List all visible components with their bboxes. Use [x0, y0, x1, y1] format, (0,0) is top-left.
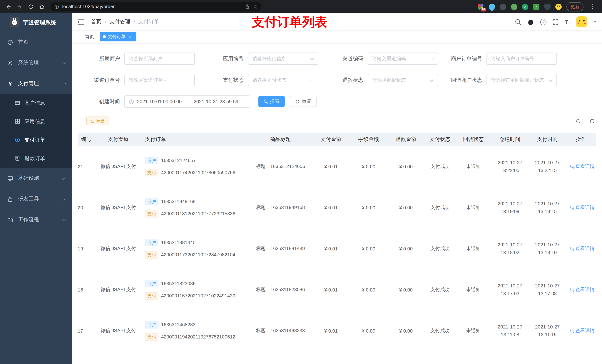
sidebar-item-payment[interactable]: 支付管理: [0, 73, 72, 94]
bookmark-star-icon[interactable]: ☆: [253, 4, 258, 9]
help-icon[interactable]: [540, 19, 547, 25]
export-button[interactable]: 导出: [86, 116, 108, 125]
column-header: 支付时间: [529, 136, 566, 143]
sidebar-item-infrastructure[interactable]: 基础设施: [0, 168, 72, 189]
owner-merchant-input[interactable]: [124, 52, 195, 65]
sidebar-label: 支付订单: [24, 137, 45, 144]
magnifier-icon: [570, 329, 574, 333]
pay-order-no: 4200001173202110272847982104: [161, 252, 235, 258]
chevron-down-icon: [310, 77, 314, 82]
sidebar-item-home[interactable]: 首页: [0, 32, 72, 52]
select-placeholder: 请输入渠道编码: [372, 55, 428, 62]
merchant-order-no-input[interactable]: [486, 52, 557, 65]
view-detail-link[interactable]: 查看详情: [570, 163, 595, 170]
magnifier-icon: [570, 246, 574, 251]
sidebar-item-workflow[interactable]: 工作流程: [0, 209, 72, 230]
date: 2021-10-27: [498, 200, 522, 207]
tab-home[interactable]: 首页: [82, 32, 97, 42]
home-icon[interactable]: [37, 2, 47, 11]
search-icon[interactable]: [515, 19, 521, 25]
date-end[interactable]: 2021-10-31 23:59:59: [194, 99, 238, 104]
sidebar-item-system[interactable]: 系统管理: [0, 52, 72, 73]
url-bar[interactable]: localhost:1024/pay/order ☆: [50, 2, 261, 11]
user-menu-caret-icon[interactable]: [593, 21, 597, 23]
title-cell: 标题：1635312124656: [249, 146, 312, 187]
filter-label: 渠道编码: [323, 55, 368, 62]
filter-app-no: 应用编号 请选择应用信息: [204, 52, 318, 65]
view-detail-link[interactable]: 查看详情: [570, 245, 595, 252]
search-button[interactable]: 搜索: [258, 96, 285, 107]
sidebar-item-pay-order[interactable]: 支付订单: [0, 131, 72, 149]
close-tab-icon[interactable]: [128, 34, 133, 39]
action-cell: 查看详情: [566, 310, 596, 351]
view-detail-link[interactable]: 查看详情: [570, 327, 595, 334]
reload-icon[interactable]: [26, 2, 35, 11]
pay-status-select[interactable]: 请选择支付状态: [248, 74, 318, 86]
refresh-icon: [295, 99, 300, 104]
browser-menu-icon[interactable]: ⋮: [588, 3, 597, 10]
select-placeholder: 请选择订单回调商户状态: [491, 77, 547, 83]
update-button[interactable]: 更新: [567, 2, 583, 11]
back-icon[interactable]: [4, 2, 13, 11]
create-time-range-picker[interactable]: 2021-10-01 00:00:00 - 2021-10-31 23:59:5…: [124, 95, 250, 108]
forward-icon[interactable]: [15, 2, 24, 11]
table-refresh-icon[interactable]: [588, 117, 596, 125]
tab-pay-order[interactable]: 支付订单: [100, 32, 136, 42]
sidebar-item-merchant-info[interactable]: 商户信息: [0, 94, 72, 113]
reset-button[interactable]: 重置: [290, 96, 317, 107]
site-info-icon[interactable]: [54, 4, 59, 9]
dark-circle-extension-icon[interactable]: [500, 3, 506, 10]
table-row-partial: 商户1635311057126: [78, 351, 596, 364]
screen: localhost:1024/pay/order ☆ 10 ✓ ▪ 更新 ⋮: [0, 0, 602, 364]
logo-image: [10, 17, 19, 28]
sidebar-item-app-info[interactable]: 应用信息: [0, 113, 72, 131]
table-search-icon[interactable]: [574, 117, 582, 125]
colored-dots-extension-icon[interactable]: 10: [478, 3, 484, 10]
create-time-cell: 2021-10-2713:17:03: [491, 269, 529, 310]
action-cell: 查看详情: [566, 269, 596, 310]
fullscreen-icon[interactable]: [553, 19, 559, 25]
check-circle-extension-icon[interactable]: ✓: [522, 3, 528, 10]
time: 13:19:15: [538, 208, 557, 215]
green-circle-extension-icon[interactable]: [511, 3, 517, 10]
breadcrumb-section[interactable]: 支付管理: [110, 19, 130, 25]
view-detail-link[interactable]: 查看详情: [570, 204, 595, 211]
merchant-order-no: 1635311468233: [161, 322, 195, 327]
date-start[interactable]: 2021-10-01 00:00:00: [137, 99, 182, 104]
channel-order-no-input[interactable]: [124, 74, 195, 86]
column-header: 支付订单: [141, 136, 249, 143]
pay-order-no: 4200001174202110278060590766: [161, 170, 235, 175]
app-no-select[interactable]: 请选择应用信息: [248, 52, 318, 65]
hamburger-icon[interactable]: [72, 19, 88, 25]
refund-cell: ¥ 0.00: [387, 187, 425, 228]
channel-code-select[interactable]: 请输入渠道编码: [368, 52, 438, 65]
app-logo[interactable]: 芋道管理系统: [0, 13, 72, 32]
water-drop-extension-icon[interactable]: [487, 2, 496, 11]
notify-cell: 未通知: [455, 187, 491, 228]
refund-status-select[interactable]: 请选择退款状态: [368, 74, 438, 86]
merchant-tag: 商户: [145, 321, 159, 328]
sidebar-label: 退款订单: [24, 155, 45, 162]
time: 13:17:08: [538, 290, 557, 297]
breadcrumb-home[interactable]: 首页: [91, 19, 101, 25]
time: 13:17:03: [501, 290, 519, 297]
amount-cell: ¥ 0.01: [312, 269, 350, 310]
order-id-cell: 18: [78, 269, 95, 310]
filter-label: 所属商户: [80, 55, 124, 62]
emoji-face-extension-icon[interactable]: [555, 3, 562, 10]
avatar[interactable]: [576, 16, 587, 27]
view-detail-link[interactable]: 查看详情: [570, 286, 595, 293]
amount-cell: ¥ 0.01: [312, 146, 350, 187]
title-cell: 标题：1635311881439: [249, 228, 312, 269]
sidebar-item-devtools[interactable]: 研发工具: [0, 189, 72, 209]
notify-status-select[interactable]: 请选择订单回调商户状态: [486, 74, 557, 86]
font-size-icon[interactable]: [565, 19, 570, 25]
share-icon[interactable]: [245, 4, 250, 9]
link-label: 查看详情: [575, 286, 595, 293]
order-id-cell: 21: [78, 146, 95, 187]
dark-shield-extension-icon[interactable]: [544, 3, 550, 10]
chat-square-extension-icon[interactable]: ▪: [533, 3, 539, 10]
sidebar-item-refund-order[interactable]: 退款订单: [0, 149, 72, 168]
github-icon[interactable]: [527, 18, 534, 25]
clock-icon: [129, 99, 134, 104]
